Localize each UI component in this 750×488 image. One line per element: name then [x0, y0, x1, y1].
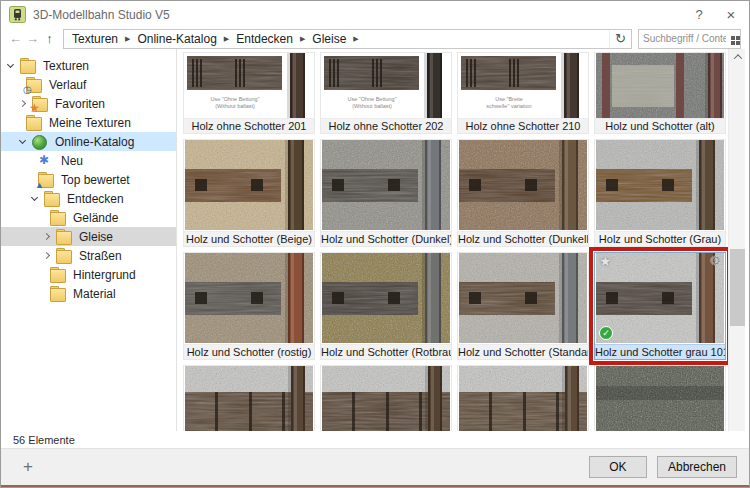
help-button[interactable]: ? [683, 2, 715, 28]
favorite-star-icon[interactable]: ★ [599, 253, 612, 269]
sidebar-item-label: Hintergrund [72, 268, 136, 282]
refresh-icon[interactable]: ↻ [609, 30, 631, 48]
texture-tile[interactable]: Holz und Schotter (Dunkel) [320, 139, 452, 247]
texture-thumb-area[interactable] [321, 366, 451, 431]
texture-thumb-area[interactable] [184, 366, 314, 431]
sidebar-item-label: Texturen [42, 59, 89, 73]
texture-tile[interactable]: Holz und Schotter (Grau) [594, 139, 726, 247]
texture-tile[interactable]: ★⚙✓Holz und Schotter grau 101 [594, 252, 726, 360]
texture-thumb-area[interactable]: Use "Breiteschwelle" variation [458, 53, 588, 118]
gear-icon[interactable]: ⚙ [709, 253, 721, 268]
texture-tile[interactable]: Holz und Schotter (rostig) [183, 252, 315, 360]
sidebar-item-label: Gleise [78, 230, 113, 244]
cancel-button[interactable]: Abbrechen [657, 456, 737, 478]
back-arrow-icon[interactable]: ← [7, 29, 24, 48]
breadcrumb-item[interactable]: Online-Katalog [137, 32, 216, 46]
texture-tile-label: Holz ohne Schotter 202 [321, 118, 451, 133]
scroll-up-icon[interactable] [729, 49, 746, 64]
scrollbar-thumb[interactable] [730, 249, 745, 326]
title-bar: 3D-Modellbahn Studio V5 ? × [1, 1, 749, 28]
sidebar-item-label: Online-Katalog [54, 135, 134, 149]
breadcrumb-item[interactable]: Texturen [72, 32, 118, 46]
texture-tile-label: Holz ohne Schotter 201 [184, 118, 314, 133]
sidebar-item-neu[interactable]: Neu [1, 151, 176, 170]
texture-thumb-area[interactable] [458, 253, 588, 344]
search-input[interactable] [639, 30, 740, 48]
sidebar-item-favoriten[interactable]: ★Favoriten [1, 94, 176, 113]
texture-tile[interactable]: Use "Breiteschwelle" variationHolz ohne … [457, 52, 589, 134]
sidebar-item-texturen[interactable]: Texturen [1, 56, 176, 75]
breadcrumb: Texturen▶Online-Katalog▶Entdecken▶Gleise… [63, 29, 632, 49]
chevron-down-icon[interactable] [31, 194, 38, 201]
texture-thumb-area[interactable] [595, 366, 725, 431]
sidebar-item-entdecken[interactable]: Entdecken [1, 189, 176, 208]
breadcrumb-separator-icon: ▶ [353, 29, 358, 49]
texture-tile-label: Holz und Schotter grau 101 [595, 344, 725, 359]
sidebar-item-gelaende[interactable]: Gelände [1, 208, 176, 227]
up-arrow-icon[interactable]: ↑ [41, 29, 58, 48]
texture-tile[interactable]: Holz und Schotter (Rotbraun) [320, 252, 452, 360]
ok-button[interactable]: OK [589, 456, 647, 478]
sidebar-item-gleise[interactable]: Gleise [1, 227, 176, 246]
texture-tile[interactable]: Use "Ohne Bettung"(Without ballast)Holz … [183, 52, 315, 134]
element-count: 56 Elemente [13, 434, 75, 446]
svg-text:Use "Breite: Use "Breite [495, 96, 523, 102]
sidebar-item-label: Favoriten [54, 97, 105, 111]
texture-thumbnail [185, 140, 313, 230]
breadcrumb-item[interactable]: Gleise [312, 32, 346, 46]
chevron-down-icon[interactable] [19, 137, 26, 144]
texture-thumb-area[interactable] [595, 140, 725, 231]
sidebar-item-online-katalog[interactable]: Online-Katalog [1, 132, 176, 151]
sidebar-item-top-bewertet[interactable]: ▲Top bewertet [1, 170, 176, 189]
folder-icon [55, 248, 72, 263]
folder-icon [55, 229, 72, 244]
texture-thumbnail [322, 253, 450, 343]
sidebar-item-strassen[interactable]: Straßen [1, 246, 176, 265]
texture-tile[interactable] [320, 365, 452, 431]
add-button[interactable]: + [17, 457, 39, 477]
sidebar-item-verlauf[interactable]: ◷Verlauf [1, 75, 176, 94]
sidebar-item-label: Meine Texturen [48, 116, 131, 130]
favorites-overlay-icon: ★ [29, 102, 40, 114]
texture-thumb-area[interactable] [184, 140, 314, 231]
thumbs-up-folder-icon: ▲ [37, 172, 54, 187]
favorites-folder-icon: ★ [31, 96, 48, 111]
forward-arrow-icon[interactable]: → [24, 29, 41, 48]
texture-thumb-area[interactable] [184, 253, 314, 344]
chevron-right-icon[interactable] [43, 252, 50, 259]
texture-grid: Use "Ohne Bettung"(Without ballast)Holz … [178, 49, 728, 431]
texture-tile[interactable]: Holz und Schotter (Standard) [457, 252, 589, 360]
texture-tile[interactable]: Use "Ohne Bettung"(Without ballast)Holz … [320, 52, 452, 134]
texture-tile[interactable] [594, 365, 726, 431]
texture-thumbnail: Use "Ohne Bettung"(Without ballast) [185, 53, 313, 118]
texture-thumbnail [596, 140, 724, 230]
chevron-right-icon[interactable] [43, 233, 50, 240]
texture-tile[interactable]: Holz und Schotter (Beige) [183, 139, 315, 247]
texture-thumb-area[interactable] [595, 53, 725, 118]
texture-tile[interactable] [457, 365, 589, 431]
texture-tile[interactable]: Holz und Schotter (Dunkelbraun) [457, 139, 589, 247]
texture-thumb-area[interactable]: ★⚙✓ [595, 253, 725, 344]
sidebar-item-label: Entdecken [66, 192, 124, 206]
sidebar-item-material[interactable]: Material [1, 284, 176, 303]
texture-tile[interactable]: Holz und Schotter (alt) [594, 52, 726, 134]
breadcrumb-item[interactable]: Entdecken [236, 32, 293, 46]
texture-thumb-area[interactable] [458, 366, 588, 431]
view-options-grid-icon[interactable] [731, 36, 735, 40]
texture-thumb-area[interactable] [321, 253, 451, 344]
svg-text:Use "Ohne Bettung": Use "Ohne Bettung" [210, 96, 259, 102]
sidebar-item-meine-texturen[interactable]: Meine Texturen [1, 113, 176, 132]
texture-tile-label: Holz und Schotter (Beige) [184, 231, 314, 246]
chevron-down-icon[interactable] [7, 61, 14, 68]
sidebar-item-hintergrund[interactable]: Hintergrund [1, 265, 176, 284]
grid-scrollbar[interactable] [728, 49, 745, 449]
close-button[interactable]: × [715, 2, 747, 28]
texture-thumb-area[interactable] [321, 140, 451, 231]
texture-thumb-area[interactable]: Use "Ohne Bettung"(Without ballast) [184, 53, 314, 118]
texture-thumb-area[interactable]: Use "Ohne Bettung"(Without ballast) [321, 53, 451, 118]
texture-thumbnail: Use "Ohne Bettung"(Without ballast) [322, 53, 450, 118]
chevron-right-icon[interactable] [19, 100, 26, 107]
texture-tile[interactable] [183, 365, 315, 431]
app-window: 3D-Modellbahn Studio V5 ? × ← → ↑ Textur… [0, 0, 750, 488]
texture-thumb-area[interactable] [458, 140, 588, 231]
